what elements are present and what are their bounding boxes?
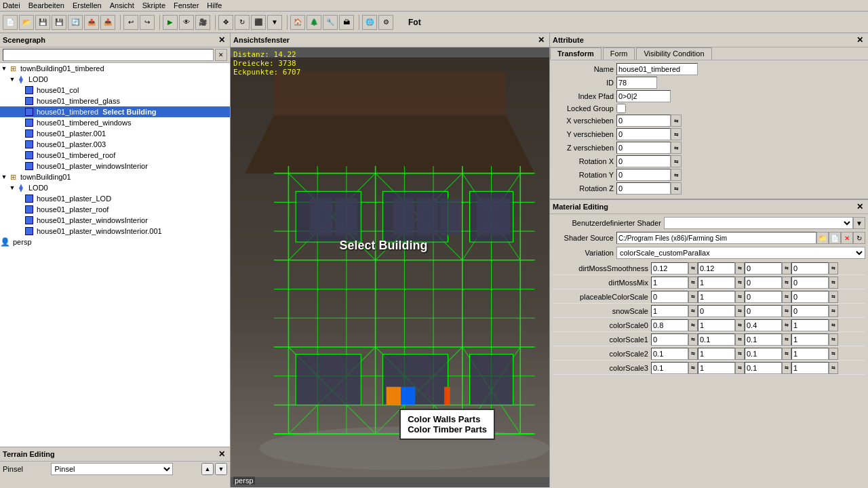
terrain-up[interactable]: ▲ [201,463,214,475]
toolbar-import[interactable]: 📥 [100,15,115,30]
param-v2-colorScale0[interactable] [698,319,735,331]
shader-file-btn[interactable]: 📄 [829,232,841,244]
param-v3-colorScale0[interactable] [745,319,782,331]
param-spin1-dirtMossMix[interactable]: ⇆ [688,277,698,289]
tree-item-townBuilding01[interactable]: ▼⊞townBuilding01 [0,171,230,182]
tree-item-house01_plaster_roof[interactable]: house01_plaster_roof [0,204,230,215]
param-v2-colorScale2[interactable] [698,348,735,360]
param-v4-placeableColorScale[interactable] [791,291,829,303]
tree-item-lod0_2[interactable]: ▼⧫LOD0 [0,182,230,193]
toolbar-tool2[interactable]: 🌲 [307,15,321,30]
menu-fenster[interactable]: Fenster [174,1,199,9]
attr-xv-spin[interactable]: ⇆ [671,115,682,127]
param-spin4-colorScale2[interactable]: ⇆ [829,348,838,360]
shader-refresh-btn[interactable]: ↻ [853,232,865,244]
attribute-close[interactable]: ✕ [854,35,865,45]
param-v4-colorScale0[interactable] [791,319,829,331]
param-spin2-colorScale2[interactable]: ⇆ [735,348,745,360]
param-spin3-snowScale[interactable]: ⇆ [782,305,791,317]
attr-zv-spin[interactable]: ⇆ [671,142,682,154]
tree-item-house01_plaster_windowsInterior_001[interactable]: house01_plaster_windowsInterior.001 [0,226,230,237]
tab-form[interactable]: Form [603,47,635,60]
menu-hilfe[interactable]: Hilfe [207,1,222,9]
param-spin3-colorScale2[interactable]: ⇆ [782,348,791,360]
toolbar-tool1[interactable]: 🏠 [290,15,305,30]
param-v1-colorScale0[interactable] [651,319,688,331]
expand-icon[interactable]: ▼ [8,75,16,83]
toolbar-globe[interactable]: 🌐 [362,15,377,30]
benutzer-dropdown-arrow[interactable]: ▼ [853,217,865,229]
param-spin4-colorScale0[interactable]: ⇆ [829,319,838,331]
toolbar-scale[interactable]: ⬛ [251,15,266,30]
param-v3-colorScale1[interactable] [745,333,782,346]
scenegraph-search-input[interactable] [3,49,214,61]
toolbar-tool4[interactable]: 🏔 [339,15,354,30]
tree-item-house01_plaster_windowsInterior[interactable]: house01_plaster_windowsInterior [0,161,230,171]
toolbar-refresh[interactable]: 🔄 [68,15,83,30]
tree-item-house01_timbered_roof[interactable]: house01_timbered_roof [0,150,230,161]
viewport-content[interactable]: Distanz: 14.22 Dreiecke: 3738 Eckpunkte:… [231,47,549,487]
param-v4-dirtMossSmoothness[interactable] [791,262,829,274]
tab-visibility[interactable]: Visibility Condition [636,47,711,60]
tree-item-lod0_1[interactable]: ▼⧫LOD0 [0,74,230,85]
param-v2-colorScale1[interactable] [698,333,735,346]
tree-item-house01_timbered[interactable]: house01_timbered Select Building [0,106,230,117]
param-v2-dirtMossSmoothness[interactable] [698,262,735,274]
param-spin1-dirtMossSmoothness[interactable]: ⇆ [688,262,698,274]
attr-zv-input[interactable] [616,142,671,154]
shader-path-input[interactable] [616,232,816,244]
param-spin3-placeableColorScale[interactable]: ⇆ [782,291,791,303]
param-v4-colorScale3[interactable] [791,362,829,374]
attr-id-input[interactable] [616,77,657,89]
param-spin1-colorScale2[interactable]: ⇆ [688,348,698,360]
variation-select[interactable]: colorScale_customParallax [616,247,865,259]
param-v1-colorScale3[interactable] [651,362,688,374]
attr-rz-spin[interactable]: ⇆ [671,182,682,195]
viewport-close[interactable]: ✕ [536,35,547,45]
param-v3-placeableColorScale[interactable] [745,291,782,303]
scenegraph-close[interactable]: ✕ [216,35,227,45]
tree-item-house01_plaster_001[interactable]: house01_plaster.001 [0,128,230,139]
tab-transform[interactable]: Transform [550,47,601,60]
param-spin2-colorScale0[interactable]: ⇆ [735,319,745,331]
attr-yv-input[interactable] [616,128,671,140]
menu-bearbeiten[interactable]: Bearbeiten [28,1,64,9]
toolbar-open[interactable]: 📂 [19,15,34,30]
param-v3-snowScale[interactable] [745,305,782,317]
param-v2-dirtMossMix[interactable] [698,277,735,289]
param-spin3-colorScale0[interactable]: ⇆ [782,319,791,331]
toolbar-undo[interactable]: ↩ [123,15,138,30]
attr-locked-checkbox[interactable] [616,104,626,113]
param-v1-dirtMossMix[interactable] [651,277,688,289]
tree-item-house01_timbered_windows[interactable]: house01_timbered_windows [0,117,230,128]
param-v4-snowScale[interactable] [791,305,829,317]
toolbar-tool3[interactable]: 🔧 [323,15,338,30]
tree-item-house01_timbered_glass[interactable]: house01_timbered_glass [0,96,230,106]
param-spin4-dirtMossSmoothness[interactable]: ⇆ [829,262,838,274]
expand-icon[interactable]: ▼ [8,184,16,192]
tree-item-house01_col[interactable]: house01_col [0,85,230,96]
param-v3-dirtMossMix[interactable] [745,277,782,289]
pinsel-select[interactable]: Pinsel [51,463,173,475]
param-v3-colorScale2[interactable] [745,348,782,360]
menu-datei[interactable]: Datei [3,1,20,9]
param-spin3-dirtMossSmoothness[interactable]: ⇆ [782,262,791,274]
attr-rx-input[interactable] [616,155,671,167]
attr-rz-input[interactable] [616,182,671,195]
toolbar-save[interactable]: 💾 [35,15,50,30]
attr-xv-input[interactable] [616,115,671,127]
tree-person-item[interactable]: 👤persp [0,237,230,247]
toolbar-rotate[interactable]: ↻ [235,15,250,30]
param-v3-colorScale3[interactable] [745,362,782,374]
shader-folder-btn[interactable]: 📁 [816,232,829,244]
param-v4-dirtMossMix[interactable] [791,277,829,289]
param-spin1-snowScale[interactable]: ⇆ [688,305,698,317]
toolbar-play[interactable]: ▶ [163,15,178,30]
param-v1-dirtMossSmoothness[interactable] [651,262,688,274]
attr-ry-input[interactable] [616,169,671,181]
toolbar-new[interactable]: 📄 [3,15,18,30]
param-spin1-colorScale3[interactable]: ⇆ [688,362,698,374]
param-v3-dirtMossSmoothness[interactable] [745,262,782,274]
tree-item-house01_plaster_LOD[interactable]: house01_plaster_LOD [0,193,230,204]
param-spin1-colorScale0[interactable]: ⇆ [688,319,698,331]
